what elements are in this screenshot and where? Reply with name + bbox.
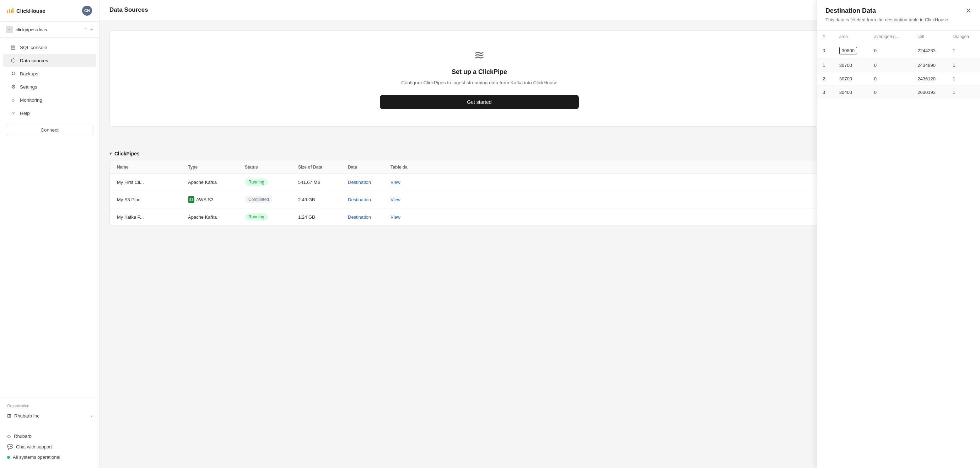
cell-area: 30400	[834, 86, 869, 99]
sidebar-item-label: SQL console	[20, 45, 47, 50]
data-table-header: # area averageSig... cell changea	[817, 30, 980, 43]
panel-subtitle: This data is fetched from the destinatio…	[826, 17, 950, 23]
data-table-body: 0 30800 0 2244233 1 1 30700 0 2434890 1	[817, 43, 980, 99]
workspace-icon: ≡	[6, 26, 13, 33]
pipe-view-link[interactable]: View	[390, 180, 426, 185]
row-num: 1	[817, 59, 834, 72]
org-label: Organization	[7, 404, 92, 408]
cell-cell: 2436120	[912, 72, 947, 86]
table-row: 3 30400 0 2630193 1	[817, 86, 980, 99]
row-num: 0	[817, 43, 834, 59]
clickpipes-label: ClickPipes	[115, 151, 140, 157]
pipe-view-link[interactable]: View	[390, 197, 426, 202]
setup-title: Set up a ClickPipe	[452, 68, 507, 76]
cell-area: 30700	[834, 72, 869, 86]
pipe-data-link[interactable]: Destination	[348, 180, 390, 185]
help-icon: ?	[10, 110, 16, 116]
workspace-name: clickpipes-docs	[16, 27, 81, 32]
app-logo: ClickHouse	[7, 8, 46, 14]
cell-changea: 1	[947, 72, 980, 86]
sidebar-item-label: Help	[20, 110, 30, 116]
col-size: Size of Data	[298, 165, 348, 169]
pipe-size: 2.49 GB	[298, 197, 348, 202]
sidebar: ClickHouse CH ≡ clickpipes-docs ⌃ + ▤ SQ…	[0, 0, 100, 468]
pipe-data-link[interactable]: Destination	[348, 197, 390, 202]
pipe-type: Apache Kafka	[188, 180, 245, 185]
pipe-status: Running	[245, 179, 298, 185]
cell-cell: 2244233	[912, 43, 947, 59]
cell-area: 30700	[834, 59, 869, 72]
close-button[interactable]: ✕	[966, 7, 972, 14]
chevron-down-icon: ▾	[110, 151, 111, 156]
table-row: 2 30700 0 2436120 1	[817, 72, 980, 86]
col-cell: cell	[912, 30, 947, 43]
org-icon: ⊞	[7, 413, 11, 418]
nav-section: ▤ SQL console ⬡ Data sources ↻ Backups ⚙…	[0, 38, 99, 398]
view-link[interactable]: View	[390, 214, 401, 220]
sidebar-item-help[interactable]: ? Help	[3, 107, 96, 120]
panel-header: Destination Data This data is fetched fr…	[817, 0, 980, 30]
view-link[interactable]: View	[390, 180, 401, 185]
org-item[interactable]: ⊞ Rhubarb Inc ›	[7, 411, 92, 421]
rhubarb-link[interactable]: ◇ Rhubarb	[7, 431, 92, 441]
get-started-button[interactable]: Get started	[380, 95, 579, 109]
row-num: 2	[817, 72, 834, 86]
row-num: 3	[817, 86, 834, 99]
connect-label: Connect	[40, 127, 58, 133]
backups-icon: ↻	[10, 70, 16, 77]
destination-panel: Destination Data This data is fetched fr…	[816, 0, 980, 468]
cell-avg-sig: 0	[869, 43, 912, 59]
status-dot-icon	[7, 456, 10, 459]
pipe-name: My Kafka P...	[117, 214, 188, 220]
status-badge: Running	[245, 213, 268, 220]
pipe-status: Running	[245, 213, 298, 220]
cell-area: 30800	[834, 43, 869, 59]
sidebar-item-label: Backups	[20, 71, 38, 77]
systems-status: All systems operational	[7, 452, 92, 462]
sidebar-item-label: Monitoring	[20, 97, 42, 103]
panel-body: # area averageSig... cell changea 0 3080…	[817, 30, 980, 468]
sidebar-item-backups[interactable]: ↻ Backups	[3, 67, 96, 80]
sidebar-item-settings[interactable]: ⚙ Settings	[3, 80, 96, 93]
wave-icon: ≋	[474, 48, 485, 62]
sidebar-header: ClickHouse CH	[0, 0, 99, 22]
main-content: Data Sources ≋ Set up a ClickPipe Config…	[100, 0, 980, 468]
pipe-type: S3 AWS S3	[188, 196, 245, 203]
organization-section: Organization ⊞ Rhubarb Inc ›	[0, 398, 99, 426]
workspace-add-button[interactable]: +	[90, 26, 94, 33]
rhubarb-icon: ◇	[7, 433, 11, 439]
cell-changea: 1	[947, 43, 980, 59]
destination-link[interactable]: Destination	[348, 180, 371, 185]
avatar[interactable]: CH	[82, 6, 92, 16]
col-area: area	[834, 30, 869, 43]
app-name: ClickHouse	[16, 8, 46, 14]
col-changea: changea	[947, 30, 980, 43]
org-name: Rhubarb Inc	[14, 413, 40, 418]
view-link[interactable]: View	[390, 197, 401, 202]
pipe-data-link[interactable]: Destination	[348, 214, 390, 220]
destination-link[interactable]: Destination	[348, 214, 371, 220]
sidebar-item-sql-console[interactable]: ▤ SQL console	[3, 41, 96, 54]
aws-s3-type: S3 AWS S3	[188, 196, 213, 203]
panel-title: Destination Data	[826, 7, 950, 14]
logo-bars	[7, 8, 13, 13]
col-status: Status	[245, 165, 298, 169]
sidebar-item-label: Data sources	[20, 58, 48, 63]
monitoring-icon: ○	[10, 97, 16, 103]
table-row: 1 30700 0 2434890 1	[817, 59, 980, 72]
table-row: 0 30800 0 2244233 1	[817, 43, 980, 59]
pipe-name: My S3 Pipe	[117, 197, 188, 202]
status-label: All systems operational	[13, 455, 60, 460]
destination-link[interactable]: Destination	[348, 197, 371, 202]
pipe-view-link[interactable]: View	[390, 214, 426, 220]
workspace-selector[interactable]: ≡ clickpipes-docs ⌃ +	[0, 22, 99, 38]
connect-button[interactable]: Connect	[6, 124, 94, 136]
status-badge: Completed	[245, 196, 272, 203]
chat-support-link[interactable]: 💬 Chat with support	[7, 441, 92, 452]
sidebar-item-data-sources[interactable]: ⬡ Data sources	[3, 54, 96, 67]
cell-avg-sig: 0	[869, 59, 912, 72]
pipe-type: Apache Kafka	[188, 214, 245, 220]
col-num: #	[817, 30, 834, 43]
status-badge: Running	[245, 179, 268, 185]
sidebar-item-monitoring[interactable]: ○ Monitoring	[3, 94, 96, 106]
